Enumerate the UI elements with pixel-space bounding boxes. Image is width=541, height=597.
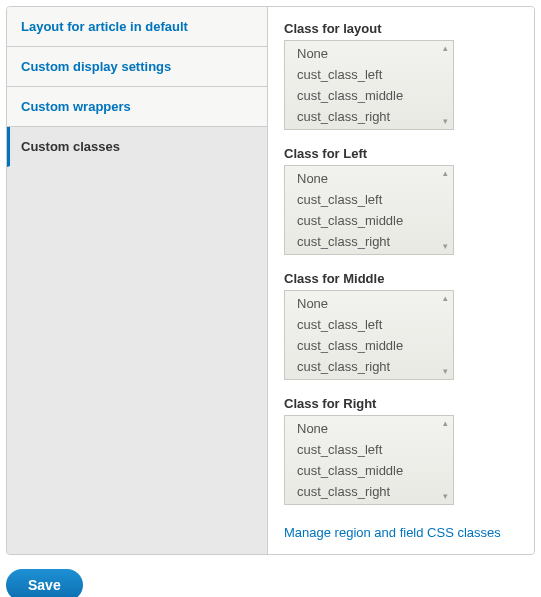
list-item[interactable]: None [287, 43, 451, 64]
field-class-for-left: Class for Left ▴ None cust_class_left cu… [284, 146, 518, 255]
tab-custom-classes[interactable]: Custom classes [7, 127, 267, 167]
list-item[interactable]: cust_class_right [287, 356, 451, 377]
list-item[interactable]: None [287, 418, 451, 439]
field-label: Class for Middle [284, 271, 518, 286]
list-item[interactable]: cust_class_left [287, 189, 451, 210]
list-item[interactable]: None [287, 293, 451, 314]
list-item[interactable]: cust_class_middle [287, 210, 451, 231]
list-item[interactable]: cust_class_right [287, 231, 451, 252]
list-item[interactable]: cust_class_left [287, 314, 451, 335]
tab-content: Class for layout ▴ None cust_class_left … [267, 7, 534, 554]
listbox-options: None cust_class_left cust_class_middle c… [285, 416, 453, 504]
scroll-up-icon[interactable]: ▴ [441, 44, 450, 53]
field-class-for-middle: Class for Middle ▴ None cust_class_left … [284, 271, 518, 380]
list-item[interactable]: cust_class_middle [287, 335, 451, 356]
tab-custom-display-settings[interactable]: Custom display settings [7, 47, 267, 87]
scroll-down-icon[interactable]: ▾ [441, 492, 450, 501]
scroll-up-icon[interactable]: ▴ [441, 294, 450, 303]
listbox-options: None cust_class_left cust_class_middle c… [285, 291, 453, 379]
field-class-for-layout: Class for layout ▴ None cust_class_left … [284, 21, 518, 130]
listbox-class-for-layout[interactable]: ▴ None cust_class_left cust_class_middle… [284, 40, 454, 130]
field-label: Class for Right [284, 396, 518, 411]
manage-css-classes-link[interactable]: Manage region and field CSS classes [284, 525, 501, 540]
listbox-options: None cust_class_left cust_class_middle c… [285, 41, 453, 129]
listbox-options: None cust_class_left cust_class_middle c… [285, 166, 453, 254]
field-label: Class for layout [284, 21, 518, 36]
list-item[interactable]: cust_class_right [287, 106, 451, 127]
scroll-down-icon[interactable]: ▾ [441, 367, 450, 376]
listbox-class-for-right[interactable]: ▴ None cust_class_left cust_class_middle… [284, 415, 454, 505]
list-item[interactable]: None [287, 168, 451, 189]
field-class-for-right: Class for Right ▴ None cust_class_left c… [284, 396, 518, 505]
tab-label: Layout for article in default [21, 19, 188, 34]
list-item[interactable]: cust_class_left [287, 439, 451, 460]
tab-label: Custom classes [21, 139, 120, 154]
tab-label: Custom display settings [21, 59, 171, 74]
tab-label: Custom wrappers [21, 99, 131, 114]
scroll-down-icon[interactable]: ▾ [441, 117, 450, 126]
scroll-up-icon[interactable]: ▴ [441, 169, 450, 178]
list-item[interactable]: cust_class_right [287, 481, 451, 502]
list-item[interactable]: cust_class_left [287, 64, 451, 85]
list-item[interactable]: cust_class_middle [287, 460, 451, 481]
save-button[interactable]: Save [6, 569, 83, 597]
scroll-down-icon[interactable]: ▾ [441, 242, 450, 251]
list-item[interactable]: cust_class_middle [287, 85, 451, 106]
listbox-class-for-middle[interactable]: ▴ None cust_class_left cust_class_middle… [284, 290, 454, 380]
listbox-class-for-left[interactable]: ▴ None cust_class_left cust_class_middle… [284, 165, 454, 255]
settings-panel: Layout for article in default Custom dis… [6, 6, 535, 555]
field-label: Class for Left [284, 146, 518, 161]
scroll-up-icon[interactable]: ▴ [441, 419, 450, 428]
tab-layout-article[interactable]: Layout for article in default [7, 7, 267, 47]
vertical-tabs: Layout for article in default Custom dis… [7, 7, 267, 554]
tab-custom-wrappers[interactable]: Custom wrappers [7, 87, 267, 127]
